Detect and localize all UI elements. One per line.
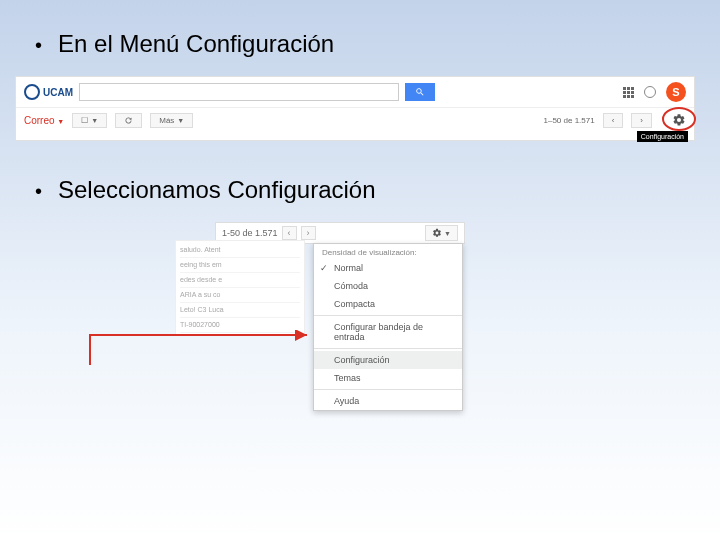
next-page-button[interactable]: › [631,113,652,128]
search-input[interactable] [79,83,399,101]
snippet-row: Leto! C3 Luca [180,303,300,318]
annotation-arrow [85,330,315,370]
settings-tooltip: Configuración [637,131,688,142]
dropdown-separator [314,348,462,349]
page-count-2: 1-50 de 1.571 [222,228,278,238]
gear-icon [432,228,442,238]
page-count: 1–50 de 1.571 [543,116,594,125]
bullet-dot: • [35,34,42,57]
bullet-2: • Seleccionamos Configuración [35,176,685,204]
select-checkbox-button[interactable]: ☐▼ [72,113,107,128]
snippet-row: ARIA a su co [180,288,300,303]
chevron-down-icon: ▼ [177,117,184,124]
snippet-row: saludo. Atent [180,243,300,258]
bullet-1-text: En el Menú Configuración [58,30,334,58]
bullet-dot: • [35,180,42,203]
refresh-button[interactable] [115,113,142,128]
dropdown-separator [314,315,462,316]
density-compact-item[interactable]: Compacta [314,295,462,313]
apps-icon[interactable] [623,87,634,98]
gmail-toolbar-row: Correo ▼ ☐▼ Más ▼ 1–50 de 1.571 ‹ › Conf… [16,107,694,133]
help-item[interactable]: Ayuda [314,392,462,410]
ucam-logo-icon [24,84,40,100]
avatar[interactable]: S [666,82,686,102]
settings-dropdown: Densidad de visualización: Normal Cómoda… [313,243,463,411]
density-comfortable-item[interactable]: Cómoda [314,277,462,295]
chevron-down-icon: ▼ [57,118,64,125]
snippet-row: edes desde e [180,273,300,288]
configure-inbox-item[interactable]: Configurar bandeja de entrada [314,318,462,346]
dropdown-section-header: Densidad de visualización: [314,244,462,259]
gmail-header-screenshot: UCAM S Correo ▼ ☐▼ Más ▼ 1–50 de 1.571 ‹… [15,76,695,141]
prev-page-button[interactable]: ‹ [603,113,624,128]
gear-icon [672,113,686,127]
ucam-logo: UCAM [24,84,73,100]
density-normal-item[interactable]: Normal [314,259,462,277]
refresh-icon [124,116,133,125]
search-icon [415,87,425,97]
settings-gear[interactable]: Configuración [672,113,686,129]
prev-page-button[interactable]: ‹ [282,226,297,240]
notifications-icon[interactable] [644,86,656,98]
settings-dropdown-screenshot: saludo. Atent eeing this em edes desde e… [215,222,465,411]
correo-label[interactable]: Correo ▼ [24,115,64,126]
bullet-1: • En el Menú Configuración [35,30,685,58]
next-page-button[interactable]: › [301,226,316,240]
chevron-down-icon: ▼ [444,230,451,237]
top-right-controls: S [623,82,686,102]
chevron-down-icon: ▼ [91,117,98,124]
email-snippet-pane: saludo. Atent eeing this em edes desde e… [175,240,305,336]
settings-item[interactable]: Configuración [314,351,462,369]
snippet-row: TI-90027000 [180,318,300,333]
ucam-logo-text: UCAM [43,87,73,98]
bullet-2-text: Seleccionamos Configuración [58,176,376,204]
search-button[interactable] [405,83,435,101]
dropdown-separator [314,389,462,390]
snippet-row: eeing this em [180,258,300,273]
more-button[interactable]: Más ▼ [150,113,193,128]
settings-gear-button[interactable]: ▼ [425,225,458,241]
gmail-top-row: UCAM S [16,77,694,107]
themes-item[interactable]: Temas [314,369,462,387]
